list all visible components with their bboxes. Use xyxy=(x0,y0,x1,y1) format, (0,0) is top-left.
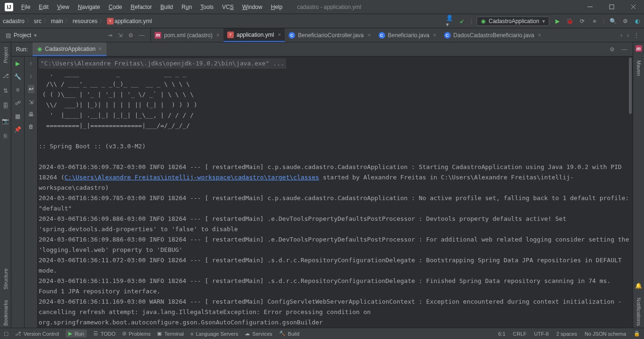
status-line-sep[interactable]: CRLF xyxy=(513,331,527,337)
close-icon[interactable]: × xyxy=(278,32,281,38)
status-position[interactable]: 6:1 xyxy=(498,331,505,337)
menu-file[interactable]: File xyxy=(18,2,33,12)
crumb[interactable]: resources xyxy=(73,18,98,24)
commit-tool-icon[interactable]: ⎇ xyxy=(1,72,10,80)
menu-window[interactable]: Window xyxy=(239,2,266,12)
close-icon[interactable]: × xyxy=(368,32,371,39)
bell-icon[interactable]: 🔔 xyxy=(635,282,642,289)
scrollbar-vertical[interactable] xyxy=(628,56,633,328)
status-lang-servers[interactable]: ≡Language Servers xyxy=(190,331,238,337)
status-services[interactable]: ☁Services xyxy=(245,331,272,337)
close-button[interactable] xyxy=(622,0,644,14)
notifications-tool-button[interactable]: Notifications xyxy=(636,296,642,328)
window-controls xyxy=(579,0,644,14)
maven-tool-button[interactable]: Maven xyxy=(636,58,642,78)
gear-icon[interactable]: ⚙ xyxy=(128,32,133,39)
editor-tab[interactable]: m pom.xml (cadastro) × xyxy=(151,28,223,42)
clear-icon[interactable]: 🗑 xyxy=(28,123,34,130)
status-problems[interactable]: ⊘Problems xyxy=(122,331,150,337)
user-add-icon[interactable]: 👤▾ xyxy=(446,17,454,25)
crumb[interactable]: src xyxy=(34,18,41,24)
bookmarks-tool-button[interactable]: Bookmarks xyxy=(3,298,8,328)
new-ui-icon[interactable]: ⎘ xyxy=(1,132,10,140)
settings-icon[interactable]: ⚙ xyxy=(621,17,629,25)
menu-tools[interactable]: Tools xyxy=(197,2,217,12)
run-config-selector[interactable]: ◉ CadastroApplication ▾ xyxy=(477,16,549,26)
coverage-icon[interactable]: ⟳ xyxy=(578,17,586,25)
project-tool-button[interactable]: Project xyxy=(3,45,8,65)
status-version-control[interactable]: ⎇Version Control xyxy=(15,331,59,337)
menu-vcs[interactable]: VCS xyxy=(219,2,237,12)
soft-wrap-icon[interactable]: ↩ xyxy=(28,85,34,93)
tab-prev-icon[interactable]: ‹ xyxy=(620,32,622,39)
close-icon[interactable]: × xyxy=(538,32,541,39)
run-tab[interactable]: ◉ CadastroApplication × xyxy=(33,42,106,56)
hide-icon[interactable]: — xyxy=(621,46,627,53)
tab-list-icon[interactable]: ⋮ xyxy=(634,32,639,39)
ai-assistant-icon[interactable]: ◐ xyxy=(634,17,641,25)
lock-icon[interactable]: 🔒 xyxy=(634,331,640,337)
console-output[interactable]: "C:\Users\Alexandre Freitas\.jdks\openjd… xyxy=(38,56,633,328)
console-link[interactable]: C:\Users\Alexandre Freitas\intellij-work… xyxy=(65,174,319,181)
database-tool-icon[interactable]: 🗄 xyxy=(1,102,10,110)
editor-tab[interactable]: C BeneficiarioController.java × xyxy=(285,28,374,42)
status-encoding[interactable]: UTF-8 xyxy=(534,331,549,337)
menu-build[interactable]: Build xyxy=(157,2,176,12)
editor-tab[interactable]: C DadosCadastroBeneficiario.java × xyxy=(440,28,545,42)
run-config-label: CadastroApplication xyxy=(488,18,539,24)
menu-view[interactable]: View xyxy=(54,2,73,12)
status-run[interactable]: ▶Run xyxy=(66,330,87,338)
status-terminal[interactable]: ▣Terminal xyxy=(157,331,184,337)
maximize-button[interactable] xyxy=(601,0,622,14)
project-tool-header: ▤ Project ▾ ⇥ ⇲ ⚙ — xyxy=(0,28,151,42)
rerun-icon[interactable]: ▶ xyxy=(16,60,20,67)
debug-icon[interactable]: 🐞 xyxy=(566,17,574,25)
down-icon[interactable]: ↓ xyxy=(30,73,33,79)
close-icon[interactable]: × xyxy=(99,46,102,52)
menu-help[interactable]: Help xyxy=(267,2,286,12)
status-todo[interactable]: ☰TODO xyxy=(93,331,116,337)
editor-tab[interactable]: Y application.yml × xyxy=(223,28,285,42)
pin-icon[interactable]: 📌 xyxy=(14,126,21,133)
console-line: 2024-03-06T16:36:11.169-03:00 WARN 18264… xyxy=(39,297,632,328)
crumb[interactable]: cadastro xyxy=(3,18,25,24)
menu-edit[interactable]: Edit xyxy=(35,2,52,12)
camera-icon[interactable]: 📷 xyxy=(1,117,10,125)
scroll-end-icon[interactable]: ⇲ xyxy=(29,99,33,105)
gear-icon[interactable]: ⚙ xyxy=(610,46,615,53)
expand-all-icon[interactable]: ⇲ xyxy=(118,32,123,39)
status-schema[interactable]: No JSON schema xyxy=(585,331,626,337)
run-icon[interactable]: ▶ xyxy=(554,17,561,25)
structure-tool-button[interactable]: Structure xyxy=(3,266,8,291)
chevron-down-icon[interactable]: ▾ xyxy=(34,32,37,39)
project-label[interactable]: Project xyxy=(14,32,31,39)
minimize-button[interactable] xyxy=(579,0,601,14)
configure-icon[interactable]: 🔧 xyxy=(14,73,21,80)
list-icon: ☰ xyxy=(93,331,98,337)
close-icon[interactable]: × xyxy=(433,32,437,39)
editor-tab[interactable]: C Beneficiario.java × xyxy=(375,28,440,42)
layout-icon[interactable]: ▦ xyxy=(15,113,20,120)
menu-navigate[interactable]: Navigate xyxy=(74,2,103,12)
crumb[interactable]: application.yml xyxy=(115,18,152,24)
close-icon[interactable]: × xyxy=(216,32,220,39)
select-opened-icon[interactable]: ⇥ xyxy=(107,32,112,39)
actuator-icon[interactable]: ≡ xyxy=(16,87,19,93)
up-icon[interactable]: ↑ xyxy=(30,60,33,67)
pull-request-icon[interactable]: ⇅ xyxy=(1,87,10,95)
vcs-update-icon[interactable]: ↙ xyxy=(458,17,466,25)
hide-icon[interactable]: — xyxy=(139,32,145,39)
search-icon[interactable]: 🔍 xyxy=(609,17,617,25)
right-tool-strip: m Maven 🔔 Notifications xyxy=(633,42,644,328)
menu-run[interactable]: Run xyxy=(178,2,195,12)
beans-icon[interactable]: ☍ xyxy=(15,100,21,106)
menu-code[interactable]: Code xyxy=(105,2,125,12)
status-indent[interactable]: 2 spaces xyxy=(556,331,577,337)
status-build[interactable]: 🔨Build xyxy=(279,331,299,337)
crumb[interactable]: main xyxy=(51,18,63,24)
menu-refactor[interactable]: Refactor xyxy=(127,2,155,12)
stop-icon[interactable]: ■ xyxy=(591,17,598,25)
tab-next-icon[interactable]: › xyxy=(627,32,629,39)
print-icon[interactable]: 🖶 xyxy=(28,111,34,118)
window-icon[interactable]: ▢ xyxy=(4,331,8,337)
